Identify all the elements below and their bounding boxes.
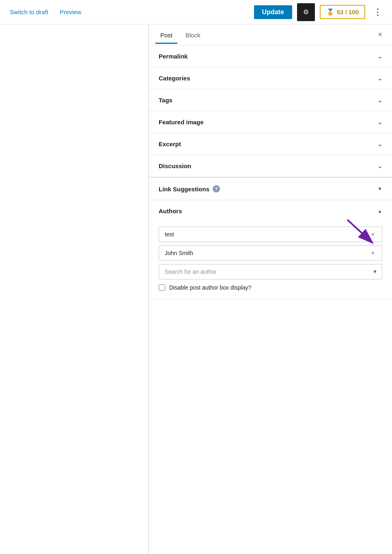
toolbar: Switch to draft Preview Update ⚙ 🏅 53 / …: [0, 0, 392, 24]
link-suggestions-header[interactable]: Link Suggestions ? ▼: [149, 178, 392, 200]
tab-block[interactable]: Block: [181, 26, 205, 44]
link-suggestions-label: Link Suggestions: [159, 186, 209, 193]
score-label: 53 / 100: [337, 9, 359, 15]
permalink-label: Permalink: [159, 53, 188, 60]
excerpt-label: Excerpt: [159, 141, 181, 147]
excerpt-header[interactable]: Excerpt ⌄: [149, 133, 392, 155]
sidebar-close-button[interactable]: ×: [375, 29, 386, 41]
author-tag-john-smith: John Smith ×: [159, 245, 382, 261]
featured-image-chevron: ⌄: [377, 119, 382, 126]
authors-header[interactable]: Authors ▲: [149, 200, 392, 222]
tab-post[interactable]: Post: [155, 26, 177, 44]
discussion-header[interactable]: Discussion ⌄: [149, 155, 392, 177]
categories-label: Categories: [159, 75, 190, 82]
switch-to-draft-button[interactable]: Switch to draft: [6, 6, 52, 18]
remove-author-test-button[interactable]: ×: [370, 231, 376, 238]
permalink-header[interactable]: Permalink ⌄: [149, 45, 392, 67]
editor-area: [0, 24, 149, 554]
accordion-featured-image: Featured image ⌄: [149, 111, 392, 133]
discussion-label: Discussion: [159, 162, 191, 169]
more-options-button[interactable]: ⋮: [370, 5, 386, 19]
tags-label: Tags: [159, 97, 172, 104]
authors-content: test × John Smith × ▼ Disable post autho…: [149, 222, 392, 299]
gear-icon: ⚙: [303, 8, 309, 16]
featured-image-label: Featured image: [159, 119, 204, 126]
sidebar: Post Block × Permalink ⌄ Categories ⌄ Ta…: [149, 24, 392, 554]
categories-header[interactable]: Categories ⌄: [149, 67, 392, 89]
disable-author-box-checkbox[interactable]: [159, 284, 165, 291]
update-button[interactable]: Update: [254, 5, 292, 19]
accordion-permalink: Permalink ⌄: [149, 45, 392, 67]
permalink-chevron: ⌄: [377, 53, 382, 60]
tags-chevron: ⌄: [377, 97, 382, 104]
accordion-discussion: Discussion ⌄: [149, 155, 392, 177]
tags-header[interactable]: Tags ⌄: [149, 89, 392, 111]
link-suggestions-triangle: ▼: [377, 186, 382, 192]
author-search-wrapper: ▼: [159, 264, 382, 279]
score-button[interactable]: 🏅 53 / 100: [320, 5, 365, 19]
accordion-tags: Tags ⌄: [149, 89, 392, 111]
main-layout: Post Block × Permalink ⌄ Categories ⌄ Ta…: [0, 24, 392, 554]
categories-chevron: ⌄: [377, 75, 382, 82]
author-search-input[interactable]: [159, 264, 382, 279]
featured-image-header[interactable]: Featured image ⌄: [149, 111, 392, 133]
excerpt-chevron: ⌄: [377, 141, 382, 147]
author-tag-test: test ×: [159, 227, 382, 242]
preview-button[interactable]: Preview: [56, 6, 84, 18]
discussion-chevron: ⌄: [377, 163, 382, 169]
gear-button[interactable]: ⚙: [297, 3, 315, 21]
author-tag-john-smith-name: John Smith: [165, 250, 193, 256]
link-suggestions-section: Link Suggestions ? ▼: [149, 177, 392, 200]
score-icon: 🏅: [326, 8, 334, 16]
disable-author-box-label[interactable]: Disable post author box display?: [169, 284, 251, 291]
help-icon[interactable]: ?: [213, 185, 220, 193]
remove-author-john-smith-button[interactable]: ×: [370, 250, 376, 256]
tab-bar: Post Block ×: [149, 24, 392, 45]
authors-title: Authors: [159, 208, 182, 214]
disable-author-box-row: Disable post author box display?: [159, 284, 382, 291]
link-suggestions-title: Link Suggestions ?: [159, 185, 220, 193]
accordion-excerpt: Excerpt ⌄: [149, 133, 392, 155]
author-tag-test-name: test: [165, 231, 174, 238]
accordion-categories: Categories ⌄: [149, 67, 392, 89]
authors-section: Authors ▲ test ×: [149, 200, 392, 299]
authors-triangle: ▲: [377, 208, 382, 214]
